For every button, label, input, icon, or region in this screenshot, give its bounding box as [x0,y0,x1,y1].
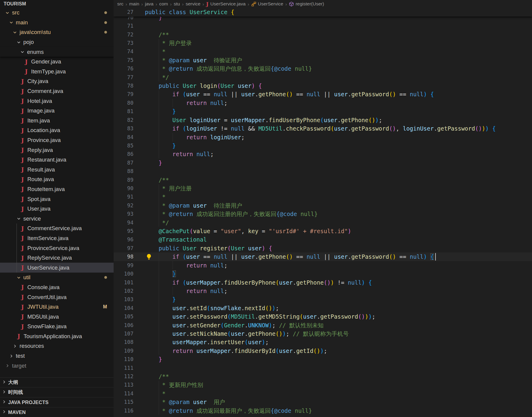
line-number[interactable]: 71 [114,22,133,30]
code-line-77[interactable]: 77 */ [114,73,532,82]
line-number[interactable]: 72 [114,30,133,39]
sidebar-section-大纲[interactable]: 大纲 [0,377,114,387]
line-number[interactable]: 80 [114,99,133,107]
sidebar-section-时间线[interactable]: 时间线 [0,387,114,397]
code-line-78[interactable]: 78 public User login(User user) { [114,82,532,90]
line-number[interactable]: 76 [114,64,133,73]
tree-file-jwtutil-java[interactable]: JJWTUtil.javaM [0,302,114,312]
line-number[interactable]: 91 [114,193,133,201]
line-number[interactable]: 87 [114,159,133,167]
line-number[interactable]: 74 [114,47,133,56]
tree-file-replyservice-java[interactable]: JReplyService.java [0,253,114,263]
line-number[interactable]: 93 [114,210,133,218]
code-line-79[interactable]: 79 if (user == null || user.getPhone() =… [114,90,532,98]
code-line-86[interactable]: 86 return null; [114,150,532,158]
code-line-114[interactable]: 114 * [114,389,532,398]
line-number[interactable]: 114 [114,389,133,398]
code-line-90[interactable]: 90 * 用户注册 [114,184,532,193]
tree-folder-pojo[interactable]: pojo [0,37,114,47]
tree-file-console-java[interactable]: JConsole.java [0,283,114,292]
tree-file-image-java[interactable]: JImage.java [0,106,114,116]
line-number[interactable]: 81 [114,107,133,116]
tree-file-itemtype-java[interactable]: JItemType.java [0,67,114,77]
line-number[interactable]: 79 [114,90,133,98]
line-number[interactable]: 102 [114,287,133,295]
code-line-108[interactable]: 108 userMapper.insertUser(user); [114,338,532,346]
breadcrumb-item-userservice[interactable]: UserService [251,1,283,7]
line-number[interactable]: 96 [114,235,133,244]
line-number[interactable]: 85 [114,141,133,150]
line-number[interactable]: 98 [114,252,133,261]
code-area[interactable]: 27public class UserService { 70 }7172 /*… [114,8,532,417]
tree-folder-enums[interactable]: enums [0,47,114,57]
tree-file-commentservice-java[interactable]: JCommentService.java [0,224,114,233]
line-number[interactable]: 97 [114,244,133,252]
line-number[interactable]: 75 [114,56,133,64]
line-number[interactable]: 113 [114,381,133,389]
breadcrumb-item-userservice-java[interactable]: JUserService.java [206,1,246,7]
line-number[interactable]: 84 [114,133,133,141]
line-number[interactable]: 109 [114,347,133,355]
line-number[interactable]: 82 [114,116,133,124]
breadcrumb-item-com[interactable]: com [159,1,168,7]
code-line-89[interactable]: 89 /** [114,176,532,184]
sidebar-section-maven[interactable]: MAVEN [0,407,114,417]
tree-file-gender-java[interactable]: JGender.java [0,57,114,67]
line-number[interactable]: 101 [114,278,133,287]
tree-file-reply-java[interactable]: JReply.java [0,145,114,155]
code-line-73[interactable]: 73 * 用户登录 [114,39,532,47]
line-number[interactable]: 94 [114,218,133,227]
code-line-72[interactable]: 72 /** [114,30,532,39]
tree-file-spot-java[interactable]: JSpot.java [0,194,114,204]
code-line-110[interactable]: 110 } [114,355,532,363]
line-number[interactable]: 92 [114,201,133,210]
line-number[interactable]: 111 [114,364,133,372]
tree-file-user-java[interactable]: JUser.java [0,204,114,214]
line-number[interactable]: 95 [114,227,133,235]
sticky-scroll-line[interactable]: 27public class UserService { [114,8,532,17]
line-number[interactable]: 88 [114,167,133,175]
code-line-104[interactable]: 104 user.setId(snowFlake.nextId()); [114,304,532,312]
tree-file-itemservice-java[interactable]: JItemService.java [0,233,114,243]
line-number[interactable]: 103 [114,295,133,304]
tree-file-provinceservice-java[interactable]: JProvinceService.java [0,243,114,253]
tree-file-route-java[interactable]: JRoute.java [0,175,114,184]
code-line-74[interactable]: 74 * [114,47,532,56]
breadcrumb-item-main[interactable]: main [129,1,139,7]
tree-file-md5util-java[interactable]: JMD5Util.java [0,312,114,322]
code-line-82[interactable]: 82 User loginUser = userMapper.findUserB… [114,116,532,124]
line-number[interactable]: 110 [114,355,133,363]
line-number[interactable]: 90 [114,184,133,193]
tree-file-result-java[interactable]: JResult.java [0,165,114,175]
line-number[interactable]: 78 [114,82,133,90]
line-number[interactable]: 104 [114,304,133,312]
code-line-94[interactable]: 94 */ [114,218,532,227]
code-line-76[interactable]: 76 * @return 成功返回用户信息，失败返回{@code null} [114,64,532,73]
code-line-105[interactable]: 105 user.setPassword(MD5Util.getMD5Strin… [114,312,532,321]
line-number[interactable]: 89 [114,176,133,184]
code-line-91[interactable]: 91 * [114,193,532,201]
code-line-96[interactable]: 96 @Transactional [114,235,532,244]
code-line-103[interactable]: 103 } [114,295,532,304]
tree-folder-service[interactable]: service [0,214,114,224]
line-number[interactable]: 108 [114,338,133,346]
tree-folder-resources[interactable]: resources [0,341,114,351]
tree-file-location-java[interactable]: JLocation.java [0,125,114,135]
line-number[interactable]: 112 [114,372,133,381]
tree-file-city-java[interactable]: JCity.java [0,76,114,86]
code-line-101[interactable]: 101 if (userMapper.findUserByPhone(user.… [114,278,532,287]
code-line-93[interactable]: 93 * @return 成功返回注册的用户，失败返回{@code null} [114,210,532,218]
code-line-80[interactable]: 80 return null; [114,99,532,107]
tree-file-item-java[interactable]: JItem.java [0,116,114,126]
code-line-88[interactable]: 88 [114,167,532,175]
tree-file-comment-java[interactable]: JComment.java [0,86,114,96]
code-line-71[interactable]: 71 [114,22,532,30]
breadcrumb-item-stu[interactable]: stu [174,1,180,7]
line-number[interactable]: 106 [114,321,133,329]
breadcrumb-item-src[interactable]: src [117,1,124,7]
code-line-92[interactable]: 92 * @param user 待注册用户 [114,201,532,210]
tree-file-userservice-java[interactable]: JUserService.java [0,263,114,273]
code-line-75[interactable]: 75 * @param user 待验证用户 [114,56,532,64]
tree-file-convertutil-java[interactable]: JConvertUtil.java [0,292,114,302]
code-line-113[interactable]: 113 * 更新用户性别 [114,381,532,389]
